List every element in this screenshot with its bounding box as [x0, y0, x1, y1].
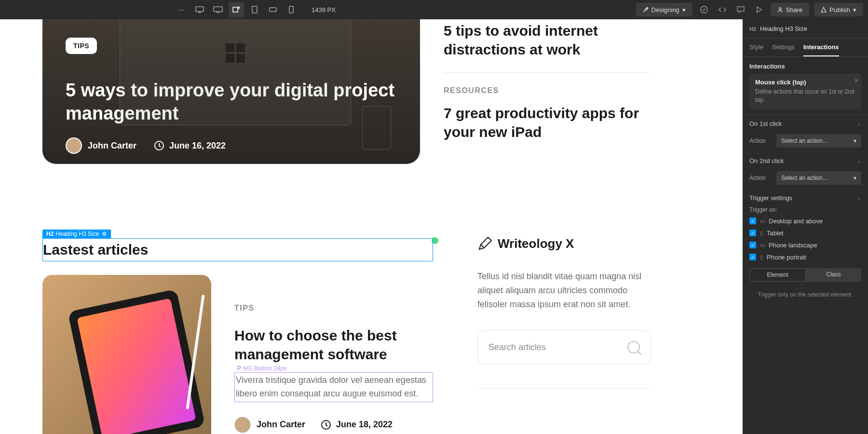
check-icon[interactable] — [697, 3, 711, 16]
top-toolbar: ⋯ 1439 PX Designing ▾ Share Publish ▾ — [0, 0, 868, 19]
section-title: Interactions — [749, 63, 861, 70]
selected-heading[interactable]: Lastest articles — [42, 238, 433, 261]
article-image — [42, 275, 211, 434]
breakpoint-add-icon[interactable] — [229, 2, 244, 17]
article-description[interactable]: Viverra tristique gravida dolor vel aene… — [234, 372, 433, 402]
hero-category-tag[interactable]: TIPS — [66, 38, 97, 54]
device-checkbox-row[interactable]: ✓ ▯ Phone portrait — [743, 251, 868, 263]
more-icon[interactable]: ⋯ — [174, 2, 189, 17]
phone-portrait-icon: ▯ — [760, 254, 763, 260]
trigger-name: Mouse click (tap) — [755, 79, 855, 86]
brand-text: Writeology X — [498, 236, 574, 251]
mode-label: Designing — [651, 6, 679, 14]
side-item-title[interactable]: 7 great productivity apps for your new i… — [444, 104, 651, 141]
device-label: Desktop and above — [769, 217, 823, 225]
checkbox-checked-icon[interactable]: ✓ — [749, 242, 756, 248]
device-label: Phone portrait — [767, 254, 806, 261]
trigger-on-label: Trigger on: — [743, 206, 868, 215]
clock-icon — [321, 420, 331, 430]
hero-bg-laptop — [120, 19, 351, 125]
first-click-label: On 1st click — [749, 120, 782, 127]
action-label: Action — [749, 137, 773, 144]
phone-landscape-icon[interactable] — [265, 2, 281, 17]
selection-tag[interactable]: H2 Heading H3 Size ⚙ — [42, 230, 111, 238]
second-click-action-row: Action Select an action... ▾ — [743, 169, 868, 190]
trigger-settings-header[interactable]: Trigger settings ⌄ — [743, 190, 868, 206]
trigger-item[interactable]: Mouse click (tap) Define actions that oc… — [749, 74, 861, 109]
article-category: TIPS — [234, 304, 433, 312]
sidebar-widget: Writeology X Tellus id nisl blandit vita… — [477, 236, 651, 434]
avatar — [66, 137, 82, 154]
publish-label: Publish — [829, 6, 850, 14]
phone-portrait-icon[interactable] — [284, 2, 299, 17]
action-select[interactable]: Select an action... ▾ — [776, 171, 861, 185]
hero-author[interactable]: John Carter — [66, 137, 136, 154]
brand-description: Tellus id nisl blandit vitae quam magna … — [477, 270, 651, 311]
desktop-icon[interactable] — [192, 2, 207, 17]
trigger-settings-label: Trigger settings — [749, 194, 792, 202]
mode-button[interactable]: Designing ▾ — [636, 3, 692, 16]
side-item-label: RESOURCES — [444, 86, 651, 95]
checkbox-checked-icon[interactable]: ✓ — [749, 217, 756, 224]
article-title: How to choose the best management softwa… — [234, 326, 433, 364]
tablet-icon[interactable] — [247, 2, 262, 17]
action-placeholder: Select an action... — [781, 175, 827, 181]
comment-icon[interactable] — [734, 3, 747, 16]
share-button[interactable]: Share — [771, 3, 810, 16]
toolbar-right: Designing ▾ Share Publish ▾ — [636, 3, 863, 16]
chevron-down-icon: ⌄ — [857, 158, 861, 164]
chevron-down-icon: ▾ — [854, 175, 856, 181]
panel-header: H2 Heading H3 Size — [743, 19, 868, 39]
search-placeholder: Search articles — [488, 342, 546, 353]
publish-button[interactable]: Publish ▾ — [814, 3, 863, 16]
device-checkbox-row[interactable]: ✓ ▭ Desktop and above — [743, 215, 868, 227]
hero-card[interactable]: TIPS 5 ways to improve your digital proj… — [42, 19, 420, 164]
device-checkbox-row[interactable]: ✓ ▭ Phone landscape — [743, 239, 868, 251]
canvas[interactable]: TIPS 5 ways to improve your digital proj… — [0, 19, 743, 434]
segment-class[interactable]: Class — [806, 268, 861, 282]
preview-icon[interactable] — [752, 3, 766, 16]
phone-landscape-icon: ▭ — [760, 242, 765, 248]
divider — [477, 388, 651, 389]
help-text: Trigger only on the selected element. — [743, 286, 868, 303]
hero-date: June 16, 2022 — [154, 140, 226, 151]
gear-icon[interactable]: ⚙ — [102, 231, 107, 237]
right-panel: H2 Heading H3 Size Style Settings Intera… — [743, 19, 868, 434]
article-card[interactable]: TIPS How to choose the best management s… — [42, 275, 433, 434]
side-item-title[interactable]: 5 tips to avoid internet distractions at… — [444, 21, 651, 59]
tablet-icon: ▯ — [760, 230, 763, 236]
brand-title: Writeology X — [477, 236, 651, 251]
chevron-down-icon: ⌄ — [857, 121, 861, 127]
code-icon[interactable] — [716, 3, 729, 16]
segment-element[interactable]: Element — [749, 268, 806, 282]
side-list: 5 tips to avoid internet distractions at… — [444, 19, 651, 141]
svg-rect-3 — [252, 6, 257, 13]
checkbox-checked-icon[interactable]: ✓ — [749, 254, 756, 260]
article-author[interactable]: John Carter — [234, 417, 305, 433]
chevron-down-icon: ⌄ — [857, 195, 861, 201]
tab-interactions[interactable]: Interactions — [803, 39, 839, 56]
hero-bg-glass — [362, 106, 391, 149]
date-text: June 18, 2022 — [336, 420, 393, 430]
tab-settings[interactable]: Settings — [772, 39, 795, 56]
second-click-label: On 2nd click — [749, 157, 784, 164]
first-click-header[interactable]: On 1st click ⌄ — [743, 115, 868, 132]
desktop-large-icon[interactable] — [210, 2, 226, 17]
tab-style[interactable]: Style — [749, 39, 763, 56]
share-label: Share — [786, 6, 803, 14]
svg-rect-2 — [233, 7, 238, 12]
search-input[interactable]: Search articles — [477, 330, 651, 364]
clock-icon — [154, 140, 164, 151]
panel-element-name: Heading H3 Size — [760, 25, 807, 32]
close-icon[interactable]: × — [854, 77, 858, 84]
device-checkbox-row[interactable]: ✓ ▯ Tablet — [743, 227, 868, 239]
second-click-header[interactable]: On 2nd click ⌄ — [743, 152, 868, 169]
action-select[interactable]: Select an action... ▾ — [776, 134, 861, 148]
p-element-tag[interactable]: P MG Bottom 24px — [234, 365, 289, 372]
device-label: Phone landscape — [769, 242, 817, 249]
article-date: June 18, 2022 — [321, 420, 393, 430]
checkbox-checked-icon[interactable]: ✓ — [749, 230, 756, 236]
chevron-down-icon: ▾ — [854, 137, 856, 144]
article-meta: John Carter June 18, 2022 — [234, 417, 433, 433]
action-label: Action — [749, 175, 773, 181]
